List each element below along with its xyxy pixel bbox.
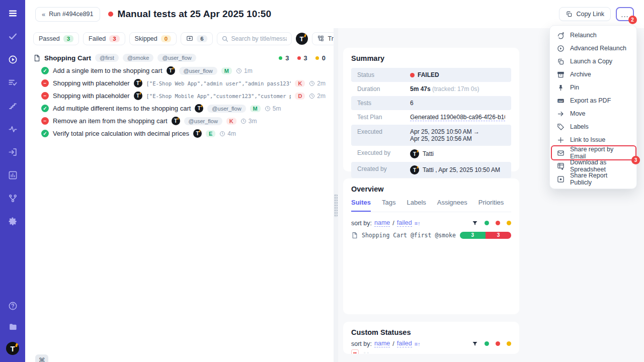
menu-item-pin[interactable]: Pin xyxy=(550,81,636,94)
suite-header[interactable]: Shopping Cart @first @smoke @user_flow 3… xyxy=(33,51,326,64)
menu-item-launch-copy[interactable]: Launch a Copy xyxy=(550,55,636,68)
tab-assignees[interactable]: Assignees xyxy=(437,199,467,212)
filter-funnel-icon[interactable] xyxy=(472,220,478,226)
filter-comments-chip[interactable]: 6 xyxy=(181,32,212,45)
splitter-grip-handle[interactable] xyxy=(334,194,338,217)
sort-asc-icon[interactable]: ≡↑ xyxy=(415,220,421,226)
assignee-filter-avatar[interactable]: T xyxy=(296,33,308,45)
suite-tag[interactable]: @user_flow xyxy=(157,54,196,62)
sidebar-item-branches[interactable] xyxy=(7,192,19,204)
overview-suite-link[interactable]: Shopping Cart @first @smoke … xyxy=(362,232,456,239)
menu-item-archive[interactable]: Archive xyxy=(550,68,636,81)
copy-link-button[interactable]: Copy Link xyxy=(559,7,611,21)
skipped-filter-dot[interactable] xyxy=(507,221,511,225)
skipped-dot xyxy=(315,56,319,60)
menu-item-move[interactable]: Move xyxy=(550,107,636,120)
passed-filter-dot[interactable] xyxy=(485,221,489,225)
search-input[interactable] xyxy=(231,35,287,42)
test-plan-link[interactable]: Generated 1190e08b-ca96-4f26-b10f-d6dc… xyxy=(410,114,505,121)
summary-row-duration: Duration 5m 47s (tracked: 17m 0s) xyxy=(351,82,511,96)
menu-item-label: Pin xyxy=(570,84,579,91)
tab-labels[interactable]: Labels xyxy=(407,199,426,212)
tab-suites[interactable]: Suites xyxy=(351,199,371,212)
page-title: Manual tests at 25 Apr 2025 10:50 xyxy=(118,9,272,20)
sort-by-label: sort by: xyxy=(351,220,372,227)
sidebar-item-tests[interactable] xyxy=(7,30,19,42)
clipped-status-row: ▪▪ ▫ ▫ xyxy=(351,349,511,354)
sidebar-item-steps[interactable] xyxy=(7,100,19,112)
test-tag[interactable]: @user_flow xyxy=(184,117,222,125)
test-title: Add a single item to the shopping cart xyxy=(53,67,163,74)
menu-item-label: Move xyxy=(570,110,586,117)
filter-skipped-chip[interactable]: Skipped 0 xyxy=(129,32,177,45)
sidebar-item-pulse[interactable] xyxy=(7,123,19,135)
menu-item-advanced-relaunch[interactable]: Advanced Relaunch xyxy=(550,42,636,55)
suite-tag[interactable]: @first xyxy=(95,54,119,62)
passed-failed-bar[interactable]: 3 3 xyxy=(460,232,511,239)
jira-key-badge[interactable]: M xyxy=(221,67,232,74)
menu-item-labels[interactable]: Labels xyxy=(550,120,636,133)
more-actions-button[interactable]: ... 2 xyxy=(616,7,634,21)
sort-by-name-link[interactable]: name xyxy=(374,219,390,227)
ellipsis-icon: ... xyxy=(621,10,629,19)
sort-separator: / xyxy=(392,340,394,347)
test-row[interactable]: − Shopping with placeholder T ["E-Shop W… xyxy=(33,77,326,89)
sort-by-failed-link[interactable]: failed xyxy=(397,340,412,347)
filter-passed-chip[interactable]: Passed 3 xyxy=(33,32,79,45)
user-avatar: T xyxy=(410,149,419,158)
double-chevron-left-icon: « xyxy=(42,11,45,18)
menu-item-share-email[interactable]: Share report by Email 3 xyxy=(550,146,636,159)
menu-item-export-pdf[interactable]: PDF Export as PDF xyxy=(550,94,636,107)
overview-title: Overview xyxy=(351,185,511,193)
filter-funnel-icon[interactable] xyxy=(472,341,478,347)
menu-item-relaunch[interactable]: Relaunch xyxy=(550,29,636,42)
suite-tag[interactable]: @smoke xyxy=(123,54,154,62)
test-row[interactable]: ✓ Verify total price calculation with de… xyxy=(33,127,326,140)
sidebar-item-runs[interactable] xyxy=(7,53,19,65)
pin-icon xyxy=(556,83,565,92)
mail-icon xyxy=(556,149,565,157)
user-avatar[interactable]: T xyxy=(6,342,19,355)
sort-by-name-link[interactable]: name xyxy=(374,340,390,347)
passed-filter-dot[interactable] xyxy=(485,341,489,346)
sidebar-item-import[interactable] xyxy=(7,146,19,158)
sort-by-failed-link[interactable]: failed xyxy=(397,219,412,227)
filter-failed-chip[interactable]: Failed 3 xyxy=(83,32,125,45)
back-to-run-button[interactable]: « Run #494ce891 xyxy=(35,7,100,22)
jira-key-badge[interactable]: K xyxy=(226,118,236,125)
skipped-filter-dot[interactable] xyxy=(507,341,511,346)
test-tag[interactable]: @user_flow xyxy=(207,105,246,113)
duration-value: 5m 47s xyxy=(410,85,431,93)
failed-filter-dot[interactable] xyxy=(496,341,500,346)
tab-tags[interactable]: Tags xyxy=(382,199,395,212)
sidebar-item-settings[interactable] xyxy=(7,215,19,227)
test-row[interactable]: − Shopping with placeholder T ["E-Shop M… xyxy=(33,89,326,102)
command-shortcut-badge[interactable]: ⌘ xyxy=(35,354,48,362)
panel-splitter[interactable] xyxy=(334,28,338,362)
jira-key-badge[interactable]: K xyxy=(295,80,305,87)
jira-key-badge[interactable]: D xyxy=(295,93,305,100)
tab-priorities[interactable]: Priorities xyxy=(478,199,504,212)
help-icon[interactable] xyxy=(7,300,19,312)
duration-value: 2m xyxy=(317,93,326,100)
failed-filter-dot[interactable] xyxy=(496,221,500,225)
menu-hamburger-icon[interactable] xyxy=(7,7,19,19)
test-row[interactable]: ✓ Add a single item to the shopping cart… xyxy=(33,64,326,77)
test-row[interactable]: − Remove an item from the shopping cart … xyxy=(33,115,326,127)
test-title: Shopping with placeholder xyxy=(53,79,130,87)
menu-item-download-spreadsheet[interactable]: Download as Spreadsheet xyxy=(550,159,636,172)
sidebar-item-analytics[interactable] xyxy=(7,169,19,181)
svg-text:PDF: PDF xyxy=(558,100,563,102)
sort-asc-icon[interactable]: ≡↑ xyxy=(415,341,421,347)
duration: 5m xyxy=(265,105,281,112)
passed-count-badge: 3 xyxy=(63,35,73,42)
duration-value: 1m xyxy=(244,67,253,74)
projects-folder-icon[interactable] xyxy=(7,321,19,333)
jira-key-badge[interactable]: E xyxy=(206,130,215,137)
menu-item-link-issue[interactable]: Link to Issue xyxy=(550,133,636,146)
test-row[interactable]: ✓ Add multiple different items to the sh… xyxy=(33,102,326,115)
sidebar-item-plans[interactable] xyxy=(7,76,19,88)
menu-item-share-publicly[interactable]: Share Report Publicly xyxy=(550,172,636,186)
jira-key-badge[interactable]: M xyxy=(250,105,261,112)
test-tag[interactable]: @user_flow xyxy=(179,67,217,75)
